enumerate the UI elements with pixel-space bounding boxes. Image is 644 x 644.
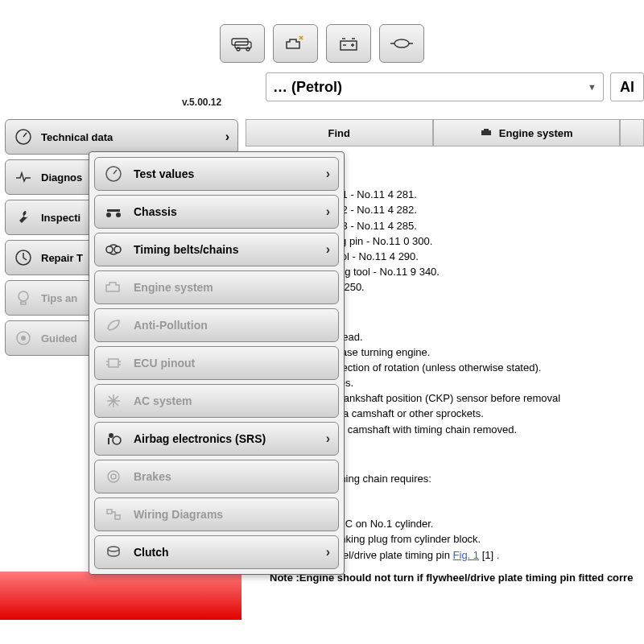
engine-icon	[480, 126, 494, 140]
vehicle-select[interactable]: … (Petrol) ▼	[266, 72, 604, 101]
leaf-icon	[103, 315, 124, 336]
bulb-icon	[14, 288, 33, 308]
svg-rect-22	[107, 510, 112, 514]
svg-rect-23	[115, 515, 120, 519]
chevron-right-icon: ›	[225, 130, 229, 144]
submenu-ecu-pinout[interactable]: ECU pinout	[94, 346, 339, 380]
version-label: v.5.00.12	[182, 97, 221, 108]
svg-point-15	[106, 246, 113, 253]
airbag-icon	[103, 428, 124, 449]
svg-point-3	[246, 47, 250, 51]
chip-icon	[103, 353, 124, 374]
submenu-brakes[interactable]: Brakes	[94, 460, 339, 493]
wrench-icon	[14, 208, 33, 227]
brake-icon	[103, 466, 124, 487]
svg-rect-17	[109, 359, 118, 367]
toolbar-engine-icon[interactable]	[273, 24, 318, 63]
submenu-ac-system[interactable]: AC system	[94, 384, 339, 418]
clock-icon	[14, 248, 33, 267]
pulse-icon	[14, 167, 33, 187]
svg-point-16	[114, 246, 121, 253]
submenu-clutch[interactable]: Clutch ›	[94, 535, 339, 569]
submenu-wiring[interactable]: Wiring Diagrams	[94, 497, 339, 531]
chassis-icon	[103, 201, 124, 222]
chevron-right-icon: ›	[326, 242, 330, 257]
tab-engine-system[interactable]: Engine system	[433, 119, 621, 147]
engine-icon	[103, 277, 124, 298]
technical-data-submenu: Test values › Chassis › Timing belts/cha…	[89, 151, 345, 575]
submenu-engine-system[interactable]: Engine system	[94, 270, 339, 304]
toolbar-battery-icon[interactable]	[326, 24, 371, 63]
chevron-down-icon: ▼	[588, 82, 597, 92]
chevron-right-icon: ›	[326, 204, 330, 219]
submenu-test-values[interactable]: Test values ›	[94, 157, 339, 191]
svg-rect-14	[107, 209, 120, 212]
chevron-right-icon: ›	[326, 431, 330, 446]
svg-point-8	[19, 291, 28, 301]
right-select[interactable]: Al	[610, 72, 644, 101]
toolbar-exhaust-icon[interactable]	[379, 24, 424, 63]
svg-point-10	[21, 336, 26, 341]
submenu-timing-belts[interactable]: Timing belts/chains ›	[94, 233, 339, 266]
wiring-icon	[103, 504, 124, 525]
svg-point-18	[109, 433, 114, 438]
svg-point-5	[394, 39, 409, 47]
guided-icon	[14, 328, 33, 348]
svg-point-24	[108, 547, 119, 551]
chevron-right-icon: ›	[326, 545, 330, 559]
svg-point-20	[108, 471, 119, 482]
red-block	[0, 572, 242, 620]
tab-extra[interactable]	[620, 119, 644, 147]
fig-link[interactable]: Fig. 1	[453, 549, 480, 561]
svg-point-19	[113, 436, 121, 444]
belt-icon	[103, 239, 124, 260]
sidebar-technical-data[interactable]: Technical data ›	[5, 119, 238, 155]
tab-find[interactable]: Find	[246, 119, 433, 147]
gauge-icon	[14, 127, 33, 147]
svg-point-21	[111, 474, 116, 479]
submenu-anti-pollution[interactable]: Anti-Pollution	[94, 308, 339, 342]
vehicle-select-label: … (Petrol)	[273, 79, 342, 96]
snowflake-icon	[103, 390, 124, 411]
submenu-chassis[interactable]: Chassis ›	[94, 195, 339, 229]
svg-point-2	[237, 47, 240, 51]
submenu-airbag[interactable]: Airbag electronics (SRS) ›	[94, 422, 339, 456]
gauge-icon	[103, 163, 124, 184]
chevron-right-icon: ›	[326, 167, 330, 181]
clutch-icon	[103, 542, 124, 563]
toolbar-vehicle-icon[interactable]	[220, 24, 265, 63]
svg-point-12	[106, 213, 111, 217]
svg-point-13	[116, 213, 121, 217]
